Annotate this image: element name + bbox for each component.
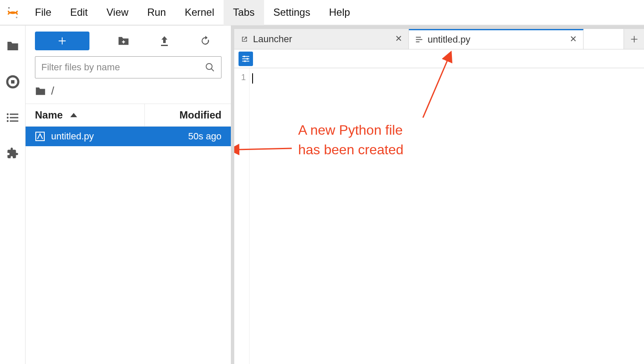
jupyter-logo [0, 6, 26, 19]
file-modified-label: 50s ago [188, 131, 221, 142]
sort-asc-icon [70, 113, 77, 117]
filter-input[interactable] [41, 62, 205, 73]
refresh-button[interactable] [198, 34, 212, 48]
python-file-icon [35, 131, 45, 142]
svg-rect-16 [416, 37, 421, 38]
svg-rect-5 [10, 114, 18, 115]
launch-icon [240, 35, 249, 43]
svg-point-20 [243, 55, 245, 57]
editor-toolbar [234, 49, 644, 68]
menubar: File Edit View Run Kernel Tabs Settings … [0, 0, 644, 26]
column-name-label: Name [35, 109, 63, 121]
menu-help[interactable]: Help [319, 0, 359, 25]
tab-launcher[interactable]: Launcher [234, 29, 409, 49]
file-columns-header: Name Modified [26, 104, 231, 127]
new-launcher-button[interactable] [35, 32, 89, 50]
svg-rect-11 [122, 41, 125, 42]
upload-button[interactable] [158, 34, 171, 48]
rail-files[interactable] [5, 38, 20, 54]
svg-rect-9 [10, 121, 18, 122]
lines-icon [415, 35, 423, 44]
svg-rect-18 [416, 41, 420, 42]
tab-bar: Launcher untitled.py [234, 29, 644, 49]
activity-rail [0, 26, 26, 364]
column-modified[interactable]: Modified [145, 109, 221, 121]
folder-plus-icon [118, 36, 129, 46]
svg-line-14 [211, 69, 214, 71]
add-tab-button[interactable] [624, 29, 644, 49]
text-cursor [252, 73, 253, 84]
stop-icon [6, 75, 20, 89]
svg-point-24 [244, 60, 246, 62]
tab-close-button[interactable] [395, 34, 402, 45]
svg-rect-7 [10, 117, 18, 118]
menu-tabs[interactable]: Tabs [224, 0, 264, 25]
file-name-cell: untitled.py [35, 131, 145, 142]
refresh-icon [200, 35, 211, 46]
file-modified-cell: 50s ago [145, 131, 221, 142]
menu-run[interactable]: Run [138, 0, 175, 25]
sliders-icon [241, 54, 250, 64]
upload-icon [159, 35, 170, 46]
svg-point-6 [6, 117, 8, 118]
menu-file[interactable]: File [26, 0, 61, 25]
file-row[interactable]: untitled.py 50s ago [26, 127, 231, 146]
svg-point-4 [6, 113, 8, 115]
work-area: Launcher untitled.py [234, 26, 644, 364]
svg-point-13 [206, 64, 212, 69]
search-icon [205, 62, 215, 72]
list-icon [6, 113, 19, 122]
editor-settings-button[interactable] [239, 52, 253, 66]
svg-rect-12 [161, 45, 168, 46]
filter-wrap [26, 54, 231, 83]
tab-close-button[interactable] [569, 34, 577, 45]
rail-extensions[interactable] [5, 146, 20, 161]
menu-edit[interactable]: Edit [61, 0, 97, 25]
file-browser-toolbar [26, 26, 231, 54]
plus-icon [58, 36, 67, 46]
tab-label: untitled.py [428, 34, 470, 45]
rail-toc[interactable] [5, 110, 20, 125]
editor-body[interactable]: 1 [234, 68, 644, 364]
close-icon [569, 35, 577, 43]
line-number-gutter: 1 [234, 68, 250, 364]
folder-icon [6, 40, 19, 52]
new-folder-button[interactable] [117, 34, 130, 48]
rail-running[interactable] [5, 74, 20, 90]
main-container: / Name Modified untitled.py 50s ago [0, 26, 644, 364]
svg-point-22 [247, 58, 248, 59]
column-name[interactable]: Name [35, 104, 145, 126]
jupyter-logo-icon [6, 6, 19, 19]
svg-rect-17 [416, 39, 423, 40]
plus-icon [630, 35, 638, 43]
tab-label: Launcher [253, 34, 292, 45]
breadcrumb-root: / [51, 84, 54, 98]
file-browser-panel: / Name Modified untitled.py 50s ago [26, 26, 234, 364]
column-modified-label: Modified [179, 109, 221, 121]
breadcrumb[interactable]: / [26, 83, 231, 104]
svg-point-0 [8, 7, 10, 9]
line-number: 1 [234, 72, 246, 82]
puzzle-icon [6, 147, 19, 160]
tab-untitled-py[interactable]: untitled.py [409, 29, 584, 49]
menu-kernel[interactable]: Kernel [175, 0, 224, 25]
tab-bar-spacer [584, 29, 624, 49]
close-icon [395, 35, 402, 42]
svg-rect-3 [11, 80, 14, 84]
menu-settings[interactable]: Settings [264, 0, 320, 25]
code-area[interactable] [250, 68, 253, 364]
filter-box[interactable] [35, 56, 221, 78]
folder-icon [35, 87, 46, 96]
file-name-label: untitled.py [51, 131, 94, 142]
svg-point-1 [16, 17, 17, 18]
menu-view[interactable]: View [97, 0, 138, 25]
svg-point-8 [6, 120, 8, 122]
